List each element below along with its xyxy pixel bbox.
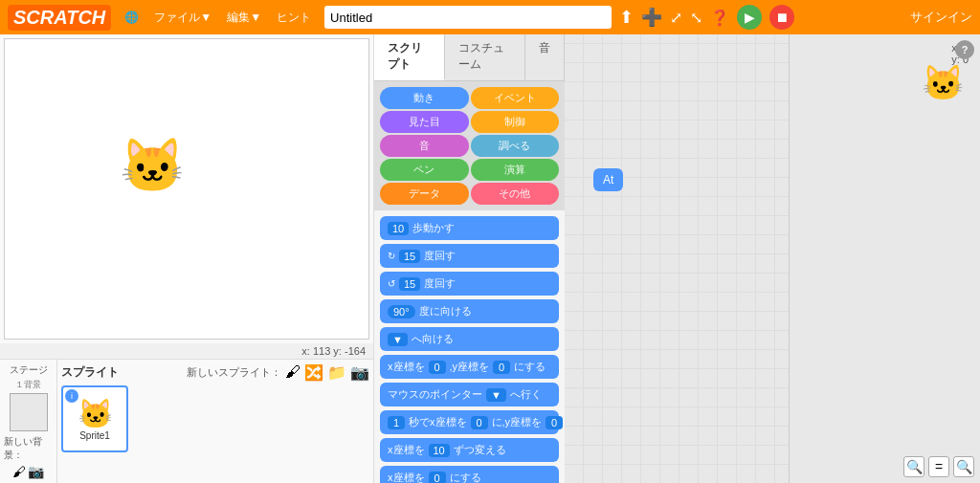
- tab-script[interactable]: スクリプト: [374, 34, 445, 80]
- file-menu[interactable]: ファイル▼: [148, 8, 217, 28]
- topbar-controls: ⬆ ➕ ⤢ ⤡ ❓ ▶ ⏹: [619, 5, 794, 30]
- sprite-cat-image: 🐱: [78, 397, 113, 430]
- random-sprite-icon[interactable]: 🔀: [304, 363, 323, 382]
- block-glide-input[interactable]: 1: [388, 416, 405, 429]
- sprite-panel: ステージ １背景 新しい背景： 🖌 📷 スプライト 新しいスプライト： 🖌: [0, 359, 373, 483]
- topbar: SCRATCH 🌐 ファイル▼ 編集▼ ヒント ⬆ ➕ ⤢ ⤡ ❓ ▶ ⏹ サイ…: [0, 0, 980, 34]
- paint-sprite-icon[interactable]: 🖌: [285, 363, 301, 382]
- upload-sprite-icon[interactable]: 📁: [327, 363, 346, 382]
- block-point-toward-label: へ向ける: [412, 332, 454, 346]
- block-set-x-label: x座標を: [388, 471, 425, 483]
- script-block-at[interactable]: At: [593, 168, 623, 191]
- stage-area: 🐱 x: 113 y: -164 ステージ １背景 新しい背景： 🖌 📷 スプラ…: [0, 34, 373, 483]
- block-change-x-input[interactable]: 10: [429, 444, 450, 457]
- zoom-out-button[interactable]: 🔍: [953, 456, 974, 477]
- sprite-item-sprite1[interactable]: i 🐱 Sprite1: [61, 385, 128, 452]
- block-point-toward-dropdown[interactable]: ▼: [388, 333, 408, 346]
- block-turn-right-input[interactable]: 15: [399, 250, 420, 263]
- new-sprite-label: 新しいスプライト：: [187, 365, 281, 380]
- block-goto-y-input[interactable]: 0: [493, 361, 510, 374]
- blocks-palette: スクリプト コスチューム 音 動き イベント 見た目 制御 音 調べる ペン 演…: [373, 34, 565, 483]
- signin-button[interactable]: サインイン: [910, 9, 972, 26]
- block-goto-xy[interactable]: x座標を 0 ,y座標を 0 にする: [380, 355, 559, 379]
- sprite-panel-label: スプライト: [61, 364, 119, 381]
- photo-backdrop-icon[interactable]: 📷: [28, 464, 44, 479]
- zoom-in-button[interactable]: 🔍: [903, 456, 924, 477]
- block-move[interactable]: 10 歩動かす: [380, 216, 559, 240]
- block-turn-right-label: 度回す: [424, 249, 456, 263]
- block-set-x[interactable]: x座標を 0 にする: [380, 466, 559, 483]
- stage-sublabel: １背景: [15, 379, 41, 391]
- camera-sprite-icon[interactable]: 📷: [350, 363, 369, 382]
- turn-right-icon: ↻: [388, 251, 395, 261]
- resize-icon[interactable]: ⤡: [690, 9, 702, 27]
- block-turn-right[interactable]: ↻ 15 度回す: [380, 244, 559, 268]
- cat-more[interactable]: その他: [471, 183, 560, 205]
- cat-control[interactable]: 制御: [471, 111, 560, 133]
- tab-costume[interactable]: コスチューム: [445, 34, 525, 80]
- upload-icon[interactable]: ⬆: [619, 7, 634, 28]
- sprite-info-icon[interactable]: i: [65, 389, 78, 403]
- backdrop-icons: 🖌 📷: [12, 464, 44, 479]
- globe-icon[interactable]: 🌐: [119, 9, 145, 26]
- edit-menu[interactable]: 編集▼: [221, 8, 267, 28]
- block-goto-xy-end: にする: [514, 360, 546, 374]
- help-circle-icon[interactable]: ❓: [710, 9, 729, 27]
- stage-sprite-cat: 🐱: [120, 135, 186, 197]
- cat-pen[interactable]: ペン: [380, 159, 469, 181]
- script-area[interactable]: At: [565, 34, 789, 483]
- paint-backdrop-icon[interactable]: 🖌: [12, 464, 26, 479]
- category-grid: 動き イベント 見た目 制御 音 調べる ペン 演算 データ その他: [374, 81, 565, 210]
- fullscreen-icon[interactable]: ⤢: [670, 9, 682, 27]
- block-goto-dropdown[interactable]: ▼: [486, 388, 506, 402]
- block-change-x-label: x座標を: [388, 443, 425, 457]
- block-set-x-end: にする: [450, 471, 481, 483]
- topbar-nav: 🌐 ファイル▼ 編集▼ ヒント: [119, 8, 317, 28]
- editor-tabs: スクリプト コスチューム 音: [374, 34, 565, 81]
- stop-button[interactable]: ⏹: [769, 5, 794, 30]
- at-block[interactable]: At: [593, 168, 623, 191]
- block-change-x[interactable]: x座標を 10 ずつ変える: [380, 438, 559, 462]
- block-glide[interactable]: 1 秒でx座標を 0 に,y座標を 0 に: [380, 410, 559, 434]
- block-glide-y-input[interactable]: 0: [546, 416, 563, 429]
- green-flag-button[interactable]: ▶: [737, 5, 762, 30]
- block-glide-x-input[interactable]: 0: [471, 416, 488, 429]
- block-goto-xy-label: x座標を: [388, 360, 425, 374]
- cat-event[interactable]: イベント: [471, 87, 560, 109]
- cat-operator[interactable]: 演算: [471, 159, 560, 181]
- stage-selector: ステージ １背景 新しい背景： 🖌 📷: [0, 360, 57, 483]
- cat-sense[interactable]: 調べる: [471, 135, 560, 157]
- block-set-x-input[interactable]: 0: [429, 472, 446, 484]
- block-point-dir-label: 度に向ける: [419, 304, 472, 318]
- block-turn-left[interactable]: ↺ 15 度回す: [380, 272, 559, 296]
- block-point-toward[interactable]: ▼ へ向ける: [380, 327, 559, 351]
- sprite-header: スプライト 新しいスプライト： 🖌 🔀 📁 📷: [61, 363, 369, 382]
- cat-sound[interactable]: 音: [380, 135, 469, 157]
- block-move-input[interactable]: 10: [388, 222, 409, 235]
- cat-looks[interactable]: 見た目: [380, 111, 469, 133]
- block-glide-mid: に,y座標を: [492, 415, 543, 429]
- hint-menu[interactable]: ヒント: [271, 8, 317, 28]
- scratch-logo[interactable]: SCRATCH: [8, 5, 111, 31]
- zoom-reset-button[interactable]: =: [928, 456, 949, 477]
- tab-sound[interactable]: 音: [525, 34, 565, 80]
- stage-canvas[interactable]: 🐱: [4, 38, 369, 340]
- new-sprite-icons: 🖌 🔀 📁 📷: [285, 363, 369, 382]
- new-backdrop-label: 新しい背景：: [4, 435, 53, 462]
- stage-thumbnail[interactable]: [10, 393, 48, 431]
- cat-motion[interactable]: 動き: [380, 87, 469, 109]
- block-goto[interactable]: マウスのポインター ▼ へ行く: [380, 383, 559, 406]
- blocks-list: 10 歩動かす ↻ 15 度回す ↺ 15 度回す 90° 度に向ける ▼ へ向…: [374, 210, 565, 483]
- block-turn-left-label: 度回す: [424, 276, 456, 291]
- block-goto-x-input[interactable]: 0: [429, 361, 446, 374]
- add-icon[interactable]: ➕: [641, 7, 662, 28]
- block-point-dir[interactable]: 90° 度に向ける: [380, 299, 559, 323]
- block-turn-left-input[interactable]: 15: [399, 277, 420, 291]
- script-canvas: At: [565, 34, 789, 483]
- block-point-dir-input[interactable]: 90°: [388, 305, 415, 318]
- cat-data[interactable]: データ: [380, 183, 469, 205]
- project-title-input[interactable]: [324, 6, 612, 29]
- zoom-controls: 🔍 = 🔍: [903, 456, 974, 477]
- sprite-list-area: スプライト 新しいスプライト： 🖌 🔀 📁 📷 i 🐱 Spr: [57, 360, 373, 483]
- help-button[interactable]: ?: [955, 40, 974, 59]
